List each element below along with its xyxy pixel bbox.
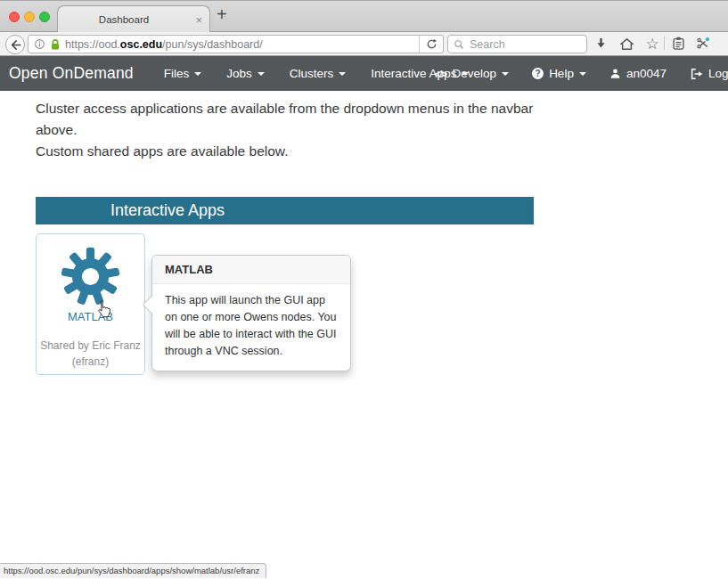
url-text[interactable]: https://ood.osc.edu/pun/sys/dashboard/ <box>65 38 263 51</box>
toolbar-divider <box>664 37 665 50</box>
download-icon <box>594 37 608 51</box>
app-shared-by: Shared by Eric Franz (efranz) <box>37 338 144 370</box>
search-icon <box>454 39 464 50</box>
caret-down-icon <box>339 72 346 76</box>
app-card-matlab[interactable]: MATLAB Shared by Eric Franz (efranz) <box>36 233 145 375</box>
bookmark-star-button[interactable]: ☆ <box>643 35 661 53</box>
nav-dropdown-jobs[interactable]: Jobs <box>214 67 277 80</box>
reload-icon <box>426 38 438 50</box>
url-domain: osc.edu <box>120 38 162 51</box>
url-path: /pun/sys/dashboard/ <box>162 38 263 51</box>
gear-icon <box>59 245 122 308</box>
back-arrow-icon <box>10 39 21 51</box>
nav-dropdown-clusters[interactable]: Clusters <box>277 67 359 80</box>
close-window-button[interactable] <box>9 12 20 22</box>
url-bar[interactable]: https://ood.osc.edu/pun/sys/dashboard/ <box>28 35 444 53</box>
code-icon: </> <box>435 69 447 79</box>
window-titlebar: Dashboard × + <box>0 0 728 32</box>
caret-down-icon <box>579 72 586 76</box>
mouse-cursor-pointer <box>94 299 112 322</box>
caret-down-icon <box>502 72 509 76</box>
new-tab-button[interactable]: + <box>217 4 227 25</box>
intro-line-1: Cluster access applications are availabl… <box>36 98 544 141</box>
app-link-matlab[interactable]: MATLAB <box>37 310 144 323</box>
user-icon <box>609 68 621 79</box>
tab-title: Dashboard <box>58 6 190 33</box>
screenshot-tool-button[interactable] <box>694 35 712 53</box>
nav-log-out[interactable]: Log Out <box>690 67 728 80</box>
section-header-interactive-apps: Interactive Apps <box>36 197 534 224</box>
popover-body: This app will launch the GUI app on one … <box>152 284 350 371</box>
home-button[interactable] <box>618 35 635 53</box>
navbar-right-menu: </> Develop ? Help an0047 <box>435 56 728 91</box>
nav-user[interactable]: an0047 <box>609 67 667 80</box>
back-button[interactable] <box>5 35 25 54</box>
popover-title: MATLAB <box>152 256 350 284</box>
logout-icon <box>690 68 703 80</box>
app-icon-wrap <box>37 245 144 309</box>
caret-down-icon <box>258 72 265 76</box>
bookmarks-panel-button[interactable] <box>669 35 687 53</box>
tab-close-icon[interactable]: × <box>195 6 202 33</box>
caret-down-icon <box>194 72 201 76</box>
intro-text: Cluster access applications are availabl… <box>36 98 544 162</box>
browser-window: Dashboard × + https://ood.osc.edu/pun/sy… <box>0 0 728 579</box>
app-navbar: Open OnDemand Files Jobs Clusters Intera… <box>0 56 728 91</box>
nav-dropdown-help[interactable]: ? Help <box>532 67 586 80</box>
navbar-menu: Files Jobs Clusters Interactive Apps <box>151 67 482 80</box>
link-preview-statusbar: https://ood.osc.edu/pun/sys/dashboard/ap… <box>0 563 266 578</box>
reload-button[interactable] <box>419 36 443 53</box>
url-prefix: https://ood. <box>65 38 120 51</box>
star-icon: ☆ <box>645 37 658 52</box>
app-tooltip-popover: MATLAB This app will launch the GUI app … <box>151 255 351 371</box>
clipboard-icon <box>672 37 685 51</box>
nav-dropdown-develop[interactable]: </> Develop <box>435 67 509 80</box>
nav-dropdown-files[interactable]: Files <box>151 67 215 80</box>
zoom-window-button[interactable] <box>39 12 50 22</box>
search-bar[interactable] <box>447 35 587 53</box>
home-icon <box>619 37 634 51</box>
navbar-brand[interactable]: Open OnDemand <box>9 64 134 83</box>
question-circle-icon: ? <box>532 68 544 79</box>
search-input[interactable] <box>468 37 577 52</box>
browser-tab-dashboard[interactable]: Dashboard × <box>57 5 210 33</box>
info-icon[interactable] <box>34 38 45 50</box>
https-lock-icon[interactable] <box>50 38 61 51</box>
intro-line-2: Custom shared apps are available below. <box>36 141 544 162</box>
scissors-tool-icon <box>696 37 710 51</box>
minimize-window-button[interactable] <box>24 12 35 22</box>
download-button[interactable] <box>592 35 609 53</box>
